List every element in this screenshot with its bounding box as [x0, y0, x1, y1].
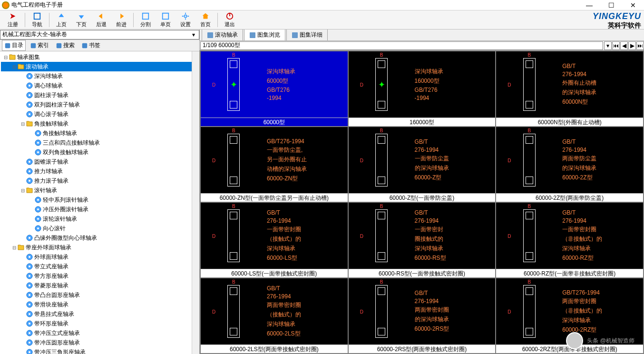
cad-thumbnail[interactable]: BD✦深沟球轴承160000型GB/T276-1994 — [349, 51, 496, 118]
tab-toc[interactable]: 目录 — [2, 40, 26, 51]
cad-thumbnail[interactable]: BD✦深沟球轴承60000型GB/T276-1994 — [201, 51, 348, 118]
tab-bookmark[interactable]: 书签 — [79, 40, 103, 51]
thumbnail-cell[interactable]: BDGB/T276-1994两面带密封圈（非接触式）的深沟球轴承60000-2R… — [496, 278, 643, 353]
tree-node[interactable]: 外球面球轴承 — [1, 252, 198, 262]
tree-node[interactable]: 向心滚针 — [1, 224, 198, 233]
single-button[interactable]: 单页 — [156, 11, 176, 29]
tree-node[interactable]: ⊟滚针轴承 — [1, 186, 198, 195]
tree-node[interactable]: 带滑块座轴承 — [1, 300, 198, 309]
tree-node[interactable]: ⊟滚动轴承 — [1, 62, 198, 71]
tree-node[interactable]: 推力滚子轴承 — [1, 176, 198, 186]
tree-node[interactable]: ⊟角接触球轴承 — [1, 119, 198, 128]
tree-node[interactable]: 推力球轴承 — [1, 167, 198, 176]
svg-point-49 — [29, 285, 30, 286]
cad-thumbnail[interactable]: BDGB/T276-1994两面带密封圈（接触式）的深沟球轴承60000-2LS… — [201, 278, 348, 344]
thumbnail-cell[interactable]: BDGB/T276-1994两面带密封圈（接触式）的深沟球轴承60000-2LS… — [201, 278, 348, 353]
prev-page-button[interactable]: ◀ — [620, 41, 628, 50]
tree-node[interactable]: 三点和四点接触球轴承 — [1, 138, 198, 148]
thumbnail-cell[interactable]: BDGB/T276-1994一面带密封圈接触式的深沟球轴承60000-RS型60… — [349, 203, 496, 277]
tree-node[interactable]: 带冲压三角形座轴承 — [1, 347, 198, 354]
tree-node[interactable]: ⊟带座外球面球轴承 — [1, 243, 198, 252]
split-button[interactable]: 分割 — [136, 11, 156, 29]
svg-point-13 — [29, 85, 30, 87]
thumbnail-cell[interactable]: BDGB/T276-1994两面带防尘盖的深沟球轴承60000-2Z型60000… — [496, 127, 643, 202]
expand-icon[interactable]: ⊟ — [3, 55, 9, 60]
tree-node[interactable]: 凸缘外圈微型向心球轴承 — [1, 233, 198, 243]
tab-search[interactable]: 搜索 — [53, 40, 77, 51]
path-dropdown-icon[interactable]: ▾ — [604, 41, 612, 50]
tree-node[interactable]: 带菱形座轴承 — [1, 281, 198, 290]
settings-button[interactable]: 设置 — [176, 11, 195, 29]
thumbnail-cell[interactable]: BD✦深沟球轴承60000型GB/T276-199460000型 — [201, 51, 348, 126]
thumbnail-cell[interactable]: BDGB/T276-1994外圈有止动槽的深沟球轴承60000N型60000N型… — [496, 51, 643, 126]
book-icon — [26, 120, 33, 128]
expand-icon[interactable]: ⊟ — [11, 64, 17, 69]
cad-thumbnail[interactable]: BDGB/T276-1994一面带密封圈（非接触式）的深沟球轴承60000-RZ… — [496, 203, 643, 269]
up-button[interactable]: 上页 — [51, 11, 71, 29]
expand-icon[interactable]: ⊟ — [20, 188, 26, 193]
tree-node[interactable]: 调心滚子轴承 — [1, 109, 198, 119]
last-page-button[interactable]: ⏭ — [636, 41, 644, 50]
path-input[interactable]: 1/109 60000型 — [200, 41, 603, 50]
exit-button[interactable]: 退出 — [220, 11, 240, 29]
thumbnail-cell[interactable]: BDGB/T276-1994一面带防尘盖,另一面外圈有止动槽的深沟轴承60000… — [201, 127, 348, 202]
tree-node[interactable]: 双列角接触球轴承 — [1, 148, 198, 157]
maximize-button[interactable]: ☐ — [600, 0, 622, 10]
thumbnail-cell[interactable]: BDGB/T276-1994两面带密封圈的深沟球轴承60000-2RS型6000… — [349, 278, 496, 353]
right-tab-0[interactable]: 滚动轴承 — [202, 30, 243, 40]
tree-node[interactable]: 圆柱滚子轴承 — [1, 90, 198, 100]
svg-point-37 — [37, 218, 39, 220]
tree-node[interactable]: 双列圆柱滚子轴承 — [1, 100, 198, 109]
nav-button[interactable]: 导航 — [27, 11, 47, 29]
cad-thumbnail[interactable]: BDGB/T276-1994两面带密封圈的深沟球轴承60000-2RS型 — [349, 278, 496, 344]
tree-node[interactable]: 调心球轴承 — [1, 81, 198, 90]
tree-view[interactable]: ⊟轴承图集⊟滚动轴承深沟球轴承调心球轴承圆柱滚子轴承双列圆柱滚子轴承调心滚子轴承… — [0, 51, 199, 354]
thumbnail-cell[interactable]: BD✦深沟球轴承160000型GB/T276-1994160000型 — [349, 51, 496, 126]
svg-rect-2 — [163, 13, 169, 19]
tree-node[interactable]: 带悬挂式座轴承 — [1, 309, 198, 319]
right-tab-2[interactable]: 图集详细 — [286, 30, 328, 40]
tree-node[interactable]: ⊟轴承图集 — [1, 52, 198, 62]
tree-node[interactable]: 冲压外圈滚针轴承 — [1, 205, 198, 214]
cad-thumbnail[interactable]: BDGB/T276-1994一面带密封圈接触式的深沟球轴承60000-RS型 — [349, 203, 496, 269]
home-button[interactable]: 首页 — [195, 11, 215, 29]
next-page-button[interactable]: ▶ — [628, 41, 636, 50]
tree-node[interactable]: 带环形座轴承 — [1, 319, 198, 328]
tree-node[interactable]: 带凸台圆形座轴承 — [1, 290, 198, 300]
thumbnail-cell[interactable]: BDGB/T276-1994一面带密封圈（接触式）的深沟球轴承60000-LS型… — [201, 203, 348, 277]
cad-thumbnail[interactable]: BDGB/T276-1994两面带防尘盖的深沟球轴承60000-2Z型 — [496, 127, 643, 193]
svg-rect-66 — [292, 32, 298, 38]
tree-node[interactable]: 角接触球轴承 — [1, 128, 198, 138]
cad-thumbnail[interactable]: BDGB/T276-1994两面带密封圈（非接触式）的深沟球轴承60000-2R… — [496, 278, 643, 344]
down-button[interactable]: 下页 — [71, 11, 91, 29]
register-button[interactable]: 注册 — [3, 11, 23, 29]
cad-thumbnail[interactable]: BDGB/T276-1994一面带防尘盖,另一面外圈有止动槽的深沟轴承60000… — [201, 127, 348, 193]
tab-index[interactable]: 索引 — [28, 40, 51, 51]
right-tab-1[interactable]: 图集浏览 — [244, 30, 285, 40]
cad-thumbnail[interactable]: BDGB/T276-1994外圈有止动槽的深沟球轴承60000N型 — [496, 51, 643, 118]
expand-icon[interactable]: ⊟ — [20, 121, 26, 127]
tree-node[interactable]: 深沟球轴承 — [1, 71, 198, 81]
cad-thumbnail[interactable]: BDGB/T276-1994一面带防尘盖的深沟球轴承60000-Z型 — [349, 127, 496, 193]
first-page-button[interactable]: ⏮ — [612, 41, 620, 50]
thumbnail-cell[interactable]: BDGB/T276-1994一面带密封圈（非接触式）的深沟球轴承60000-RZ… — [496, 203, 643, 277]
thumbnail-caption: 160000型 — [349, 118, 496, 126]
tree-scrollbar[interactable] — [192, 51, 199, 354]
category-combo[interactable]: 机械工程图库大全-轴承卷 ▾ — [0, 30, 199, 39]
tree-node[interactable]: 带方形座轴承 — [1, 271, 198, 281]
tree-node[interactable]: 圆锥滚子轴承 — [1, 157, 198, 167]
minimize-button[interactable]: — — [578, 0, 600, 10]
back-button[interactable]: 后退 — [91, 11, 111, 29]
expand-icon[interactable]: ⊟ — [11, 245, 17, 250]
tree-node[interactable]: 带冲压立式座轴承 — [1, 328, 198, 338]
tree-node[interactable]: 带冲压圆形座轴承 — [1, 338, 198, 347]
tree-node[interactable]: 滚轮滚针轴承 — [1, 214, 198, 224]
window-controls: — ☐ ✕ — [578, 0, 644, 10]
tree-node[interactable]: 轻中系列滚针轴承 — [1, 195, 198, 205]
thumbnail-caption: 60000型 — [201, 118, 348, 126]
forward-button[interactable]: 前进 — [111, 11, 131, 29]
tree-node[interactable]: 带立式座轴承 — [1, 262, 198, 271]
thumbnail-cell[interactable]: BDGB/T276-1994一面带防尘盖的深沟球轴承60000-Z型60000-… — [349, 127, 496, 202]
cad-thumbnail[interactable]: BDGB/T276-1994一面带密封圈（接触式）的深沟球轴承60000-LS型 — [201, 203, 348, 269]
close-button[interactable]: ✕ — [622, 0, 644, 10]
